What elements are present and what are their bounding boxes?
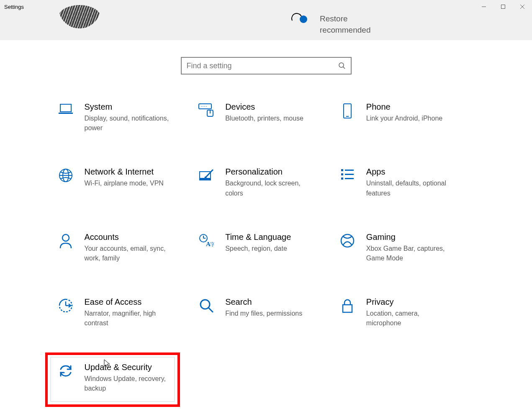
svg-line-40 [209, 308, 213, 312]
svg-rect-6 [60, 104, 71, 112]
category-title: Personalization [225, 167, 313, 177]
svg-rect-26 [341, 177, 343, 180]
category-phone[interactable]: Phone Link your Android, iPhone [339, 100, 475, 135]
minimize-button[interactable] [474, 0, 493, 13]
category-desc: Windows Update, recovery, backup [85, 374, 172, 393]
category-title: Apps [366, 167, 454, 177]
magnifier-icon [198, 297, 215, 328]
svg-text:字: 字 [210, 242, 214, 247]
category-network[interactable]: Network & Internet Wi-Fi, airplane mode,… [57, 165, 194, 200]
category-ease-of-access[interactable]: Ease of Access Narrator, magnifier, high… [57, 295, 194, 330]
category-title: Privacy [366, 297, 454, 307]
category-desc: Location, camera, microphone [366, 309, 454, 328]
categories-grid: System Display, sound, notifications, po… [57, 100, 475, 396]
svg-point-30 [62, 234, 69, 241]
category-title: Time & Language [225, 232, 291, 242]
ease-of-access-icon [57, 297, 75, 328]
svg-rect-8 [199, 104, 211, 109]
category-title: System [85, 102, 172, 112]
category-title: Ease of Access [85, 297, 172, 307]
category-desc: Uninstall, defaults, optional features [366, 178, 454, 198]
close-button[interactable] [513, 0, 532, 13]
xbox-icon [339, 232, 356, 263]
svg-line-5 [343, 67, 345, 69]
category-privacy[interactable]: Privacy Location, camera, microphone [339, 295, 475, 330]
paintbrush-icon [198, 167, 215, 198]
svg-point-39 [200, 300, 210, 309]
header-strip: Restore recommended [0, 13, 532, 40]
category-desc: Your accounts, email, sync, work, family [85, 244, 172, 263]
search-box[interactable] [181, 57, 352, 75]
category-desc: Wi-Fi, airplane mode, VPN [85, 178, 164, 188]
window-controls [474, 0, 532, 13]
avatar[interactable] [59, 5, 100, 28]
category-time-language[interactable]: A 字 Time & Language Speech, region, date [198, 230, 334, 265]
svg-rect-7 [59, 113, 73, 114]
sync-toggle-icon [293, 15, 307, 23]
svg-point-12 [206, 106, 207, 107]
category-devices[interactable]: Devices Bluetooth, printers, mouse [198, 100, 334, 135]
svg-line-22 [206, 170, 213, 177]
person-icon [57, 232, 75, 263]
category-title: Phone [366, 102, 442, 112]
phone-icon [339, 102, 356, 133]
category-personalization[interactable]: Personalization Background, lock screen,… [198, 165, 334, 200]
search-input[interactable] [187, 62, 329, 70]
category-desc: Xbox Game Bar, captures, Game Mode [366, 244, 454, 263]
lock-icon [339, 297, 356, 328]
svg-point-9 [201, 106, 202, 107]
category-title: Gaming [366, 232, 454, 242]
restore-line2: recommended [320, 25, 370, 36]
category-desc: Link your Android, iPhone [366, 113, 442, 123]
category-title: Update & Security [85, 363, 172, 372]
category-desc: Find my files, permissions [225, 309, 302, 318]
svg-rect-41 [343, 305, 352, 312]
search-wrap [0, 57, 532, 75]
maximize-button[interactable] [493, 0, 513, 13]
restore-recommended-area[interactable]: Restore recommended [293, 13, 370, 36]
svg-point-4 [339, 63, 344, 67]
category-title: Search [225, 297, 302, 307]
window-title: Settings [4, 4, 24, 10]
restore-line1: Restore [320, 13, 370, 25]
svg-point-10 [203, 106, 203, 107]
sync-icon [57, 363, 75, 393]
category-gaming[interactable]: Gaming Xbox Game Bar, captures, Game Mod… [339, 230, 475, 265]
svg-point-11 [204, 106, 205, 107]
svg-point-23 [205, 177, 207, 179]
svg-rect-24 [341, 169, 343, 171]
category-desc: Display, sound, notifications, power [85, 113, 172, 133]
globe-icon [57, 167, 75, 198]
category-title: Network & Internet [85, 167, 164, 177]
category-title: Accounts [85, 232, 172, 242]
content: System Display, sound, notifications, po… [0, 40, 532, 396]
svg-rect-1 [501, 5, 505, 9]
category-apps[interactable]: Apps Uninstall, defaults, optional featu… [339, 165, 475, 200]
svg-rect-25 [341, 173, 343, 175]
search-icon [338, 62, 346, 69]
category-desc: Bluetooth, printers, mouse [225, 113, 303, 123]
time-language-icon: A 字 [198, 232, 215, 263]
category-desc: Narrator, magnifier, high contrast [85, 309, 172, 328]
category-title: Devices [225, 102, 303, 112]
category-update-security[interactable]: Update & Security Windows Update, recove… [57, 360, 194, 396]
laptop-icon [57, 102, 75, 133]
category-desc: Background, lock screen, colors [225, 178, 313, 198]
category-accounts[interactable]: Accounts Your accounts, email, sync, wor… [57, 230, 194, 265]
restore-recommended-label: Restore recommended [320, 13, 370, 36]
category-system[interactable]: System Display, sound, notifications, po… [57, 100, 194, 135]
list-icon [339, 167, 356, 198]
category-search[interactable]: Search Find my files, permissions [198, 295, 334, 330]
devices-icon [198, 102, 215, 133]
category-desc: Speech, region, date [225, 244, 291, 253]
svg-rect-16 [346, 116, 349, 117]
svg-rect-15 [344, 104, 351, 118]
